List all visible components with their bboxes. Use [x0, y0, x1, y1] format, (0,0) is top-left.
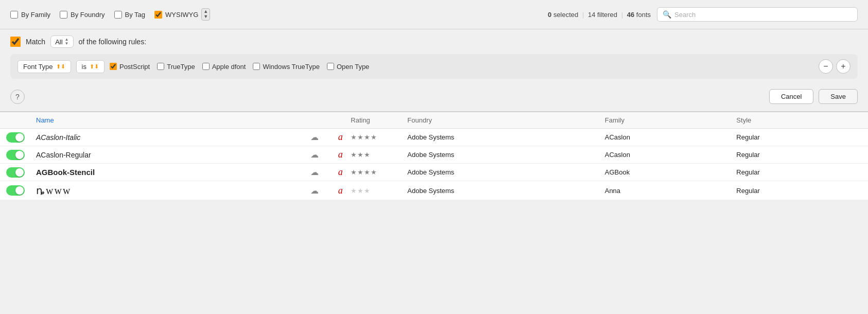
toolbar-right: 0 selected | 14 filtered | 46 fonts 🔍 [548, 7, 858, 22]
all-option: All [55, 38, 62, 46]
filter-actions: − + [819, 59, 850, 74]
stars-2: ★★★ [351, 151, 371, 159]
by-tag-checkbox[interactable] [114, 11, 122, 19]
postscript-checkbox[interactable] [110, 63, 117, 70]
stats-text: 0 selected | 14 filtered | 46 fonts [548, 11, 651, 19]
row1-name: ACaslon-Italic [31, 133, 299, 142]
preview-a-1: a [338, 132, 343, 143]
add-filter-button[interactable]: + [836, 59, 850, 74]
row3-name-text: AGBook-Stencil [36, 168, 95, 177]
row3-name: AGBook-Stencil [31, 168, 299, 177]
row2-toggle[interactable] [0, 150, 31, 160]
is-label: is [82, 63, 86, 71]
cloud-icon-4: ☁ [310, 186, 319, 196]
by-family-checkbox-label[interactable]: By Family [10, 11, 50, 19]
apple-dfont-checkbox[interactable] [202, 63, 210, 70]
toggle-track-4 [6, 185, 25, 196]
action-buttons: Cancel Save [769, 89, 858, 104]
toggle-switch-1[interactable] [6, 132, 25, 143]
by-tag-checkbox-label[interactable]: By Tag [114, 11, 146, 19]
search-box[interactable]: 🔍 [657, 7, 858, 22]
truetype-label[interactable]: TrueType [157, 63, 195, 71]
row3-cloud: ☁ [299, 167, 330, 177]
windows-truetype-checkbox[interactable] [253, 63, 260, 70]
postscript-label[interactable]: PostScript [110, 63, 150, 71]
row2-name: ACaslon-Regular [31, 151, 299, 159]
opentype-label[interactable]: Open Type [327, 63, 369, 71]
truetype-checkbox[interactable] [157, 63, 164, 70]
following-text: of the following rules: [79, 38, 147, 46]
by-foundry-label: By Foundry [71, 11, 105, 19]
row4-family: Anna [605, 187, 737, 195]
row3-style: Regular [736, 168, 868, 176]
is-arrow: ⬆⬇ [90, 63, 99, 70]
toolbar: By Family By Foundry By Tag WYSIWYG ▲ ▼ … [0, 0, 868, 29]
row1-foundry: Adobe Systems [407, 133, 604, 141]
wysiwyg-checkbox-label[interactable]: WYSIWYG [154, 11, 198, 19]
col-header-foundry: Foundry [407, 116, 604, 124]
row1-cloud: ☁ [299, 132, 330, 142]
remove-filter-button[interactable]: − [819, 59, 833, 74]
pipe2: | [621, 11, 623, 19]
help-button[interactable]: ? [10, 90, 25, 104]
stars-4: ★★★ [351, 187, 371, 195]
toggle-track-2 [6, 150, 25, 160]
cloud-icon-3: ☁ [310, 167, 319, 177]
toggle-track-1 [6, 132, 25, 143]
row2-cloud: ☁ [299, 150, 330, 160]
col-header-family: Family [605, 116, 737, 124]
search-icon: 🔍 [663, 10, 671, 19]
row1-toggle[interactable] [0, 132, 31, 143]
row4-toggle[interactable] [0, 185, 31, 196]
apple-dfont-label[interactable]: Apple dfont [202, 63, 246, 71]
pipe1: | [582, 11, 584, 19]
row1-style: Regular [736, 133, 868, 141]
row1-family: ACaslon [605, 133, 737, 141]
is-select[interactable]: is ⬆⬇ [76, 60, 105, 73]
row1-name-text: ACaslon-Italic [36, 133, 80, 142]
search-input[interactable] [674, 11, 852, 19]
toggle-thumb-2 [15, 151, 24, 159]
table-row[interactable]: ACaslon-Regular ☁ a ★★★ Adobe Systems AC… [0, 146, 868, 164]
row1-a: a [330, 132, 351, 143]
font-type-arrow: ⬆⬇ [56, 63, 65, 70]
toggle-switch-3[interactable] [6, 167, 25, 178]
by-family-label: By Family [21, 11, 50, 19]
cloud-icon-1: ☁ [310, 132, 319, 142]
cancel-button[interactable]: Cancel [769, 89, 813, 104]
table-row[interactable]: AGBook-Stencil ☁ a ★★★★ Adobe Systems AG… [0, 164, 868, 181]
by-family-checkbox[interactable] [10, 11, 18, 19]
opentype-checkbox[interactable] [327, 63, 334, 70]
row4-name-text: ȵwww [36, 185, 71, 196]
font-type-select[interactable]: Font Type ⬆⬇ [18, 60, 71, 73]
toggle-thumb-3 [15, 168, 24, 177]
table-row[interactable]: ACaslon-Italic ☁ a ★★★★ Adobe Systems AC… [0, 129, 868, 146]
wysiwyg-label: WYSIWYG [165, 11, 198, 19]
toggle-switch-4[interactable] [6, 185, 25, 196]
by-foundry-checkbox-label[interactable]: By Foundry [60, 11, 105, 19]
by-tag-label: By Tag [125, 11, 146, 19]
row4-foundry: Adobe Systems [407, 187, 604, 195]
col-header-rating: Rating [351, 116, 407, 124]
opentype-text: Open Type [337, 63, 369, 71]
wysiwyg-checkbox[interactable] [154, 11, 162, 19]
row3-toggle[interactable] [0, 167, 31, 178]
match-label: Match [26, 38, 45, 46]
row1-rating: ★★★★ [351, 133, 407, 141]
all-select[interactable]: All ▲ ▼ [50, 36, 73, 48]
windows-truetype-label[interactable]: Windows TrueType [253, 63, 320, 71]
toggle-switch-2[interactable] [6, 150, 25, 160]
selected-count: 0 [548, 11, 551, 19]
action-row: ? Cancel Save [0, 84, 868, 111]
by-foundry-checkbox[interactable] [60, 11, 67, 19]
table-row[interactable]: ȵwww ☁ a ★★★ Adobe Systems Anna Regular [0, 181, 868, 200]
row4-style: Regular [736, 187, 868, 195]
toggle-thumb-1 [15, 133, 24, 142]
all-spinner[interactable]: ▲ ▼ [65, 38, 69, 46]
filter-row: Font Type ⬆⬇ is ⬆⬇ PostScript TrueType A… [10, 54, 858, 79]
wysiwyg-spinner[interactable]: ▲ ▼ [201, 8, 210, 21]
preview-a-3: a [338, 167, 343, 178]
match-checkbox[interactable] [10, 37, 21, 47]
save-button[interactable]: Save [819, 89, 858, 104]
preview-a-4: a [338, 185, 343, 196]
